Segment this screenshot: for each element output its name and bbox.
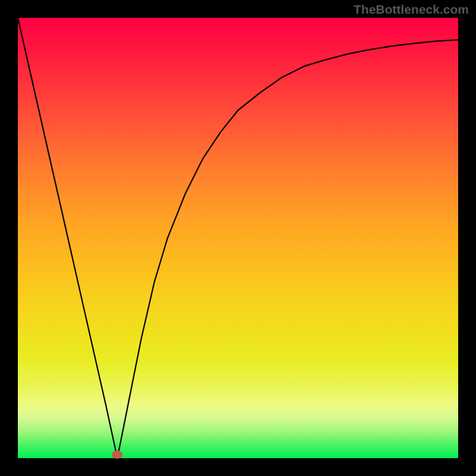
bottleneck-curve [18,18,458,458]
plot-area [18,18,458,458]
watermark-text: TheBottleneck.com [353,2,469,17]
marker-dot [112,450,123,459]
